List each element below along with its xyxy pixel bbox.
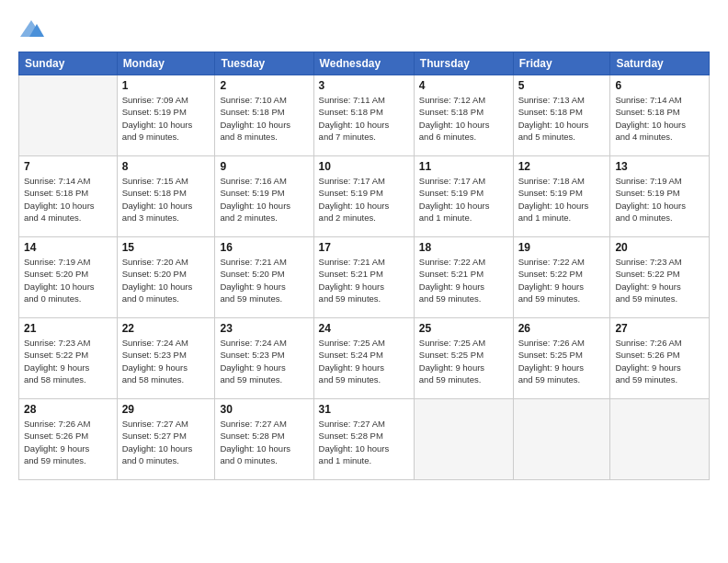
logo (18, 17, 48, 42)
day-number: 10 (319, 160, 409, 173)
day-info: Sunrise: 7:26 AM Sunset: 5:26 PM Dayligh… (24, 418, 112, 466)
calendar-cell: 3Sunrise: 7:11 AM Sunset: 5:18 PM Daylig… (313, 75, 414, 156)
weekday-header: Saturday (610, 52, 710, 75)
calendar-week-row: 21Sunrise: 7:23 AM Sunset: 5:22 PM Dayli… (19, 318, 710, 399)
day-number: 11 (419, 160, 508, 173)
day-info: Sunrise: 7:26 AM Sunset: 5:25 PM Dayligh… (518, 337, 606, 385)
calendar-cell: 25Sunrise: 7:25 AM Sunset: 5:25 PM Dayli… (414, 318, 513, 399)
day-info: Sunrise: 7:19 AM Sunset: 5:19 PM Dayligh… (615, 175, 704, 224)
calendar-cell (610, 399, 710, 480)
day-info: Sunrise: 7:27 AM Sunset: 5:28 PM Dayligh… (319, 418, 409, 466)
weekday-header-row: SundayMondayTuesdayWednesdayThursdayFrid… (19, 52, 710, 75)
calendar-cell (513, 399, 610, 480)
day-info: Sunrise: 7:19 AM Sunset: 5:20 PM Dayligh… (24, 256, 112, 304)
header (18, 17, 710, 42)
day-info: Sunrise: 7:22 AM Sunset: 5:21 PM Dayligh… (419, 256, 508, 304)
calendar-week-row: 7Sunrise: 7:14 AM Sunset: 5:18 PM Daylig… (19, 156, 710, 237)
calendar-cell: 30Sunrise: 7:27 AM Sunset: 5:28 PM Dayli… (215, 399, 313, 480)
logo-icon (18, 17, 44, 42)
calendar-cell: 8Sunrise: 7:15 AM Sunset: 5:18 PM Daylig… (117, 156, 215, 237)
day-number: 1 (122, 79, 210, 92)
calendar-cell: 15Sunrise: 7:20 AM Sunset: 5:20 PM Dayli… (117, 237, 215, 318)
calendar-cell: 10Sunrise: 7:17 AM Sunset: 5:19 PM Dayli… (313, 156, 414, 237)
calendar-cell: 16Sunrise: 7:21 AM Sunset: 5:20 PM Dayli… (215, 237, 313, 318)
calendar-cell: 26Sunrise: 7:26 AM Sunset: 5:25 PM Dayli… (513, 318, 610, 399)
calendar-cell: 13Sunrise: 7:19 AM Sunset: 5:19 PM Dayli… (610, 156, 710, 237)
day-number: 4 (419, 79, 508, 92)
day-number: 3 (319, 79, 409, 92)
calendar-cell: 6Sunrise: 7:14 AM Sunset: 5:18 PM Daylig… (610, 75, 710, 156)
weekday-header: Monday (117, 52, 215, 75)
calendar-cell: 14Sunrise: 7:19 AM Sunset: 5:20 PM Dayli… (19, 237, 118, 318)
calendar-cell: 9Sunrise: 7:16 AM Sunset: 5:19 PM Daylig… (215, 156, 313, 237)
calendar-cell (19, 75, 118, 156)
day-number: 19 (518, 241, 606, 254)
weekday-header: Tuesday (215, 52, 313, 75)
day-info: Sunrise: 7:20 AM Sunset: 5:20 PM Dayligh… (122, 256, 210, 304)
day-info: Sunrise: 7:16 AM Sunset: 5:19 PM Dayligh… (220, 175, 308, 224)
calendar-cell: 18Sunrise: 7:22 AM Sunset: 5:21 PM Dayli… (414, 237, 513, 318)
calendar-cell: 23Sunrise: 7:24 AM Sunset: 5:23 PM Dayli… (215, 318, 313, 399)
calendar-cell: 1Sunrise: 7:09 AM Sunset: 5:19 PM Daylig… (117, 75, 215, 156)
day-info: Sunrise: 7:21 AM Sunset: 5:21 PM Dayligh… (319, 256, 409, 304)
day-info: Sunrise: 7:14 AM Sunset: 5:18 PM Dayligh… (24, 175, 112, 224)
day-number: 16 (220, 241, 308, 254)
day-number: 29 (122, 403, 210, 416)
page: SundayMondayTuesdayWednesdayThursdayFrid… (0, 0, 728, 563)
day-number: 7 (24, 160, 112, 173)
day-number: 2 (220, 79, 308, 92)
day-number: 17 (319, 241, 409, 254)
calendar-cell: 21Sunrise: 7:23 AM Sunset: 5:22 PM Dayli… (19, 318, 118, 399)
day-number: 22 (122, 322, 210, 335)
day-number: 26 (518, 322, 606, 335)
day-info: Sunrise: 7:27 AM Sunset: 5:28 PM Dayligh… (220, 418, 308, 466)
calendar-cell: 20Sunrise: 7:23 AM Sunset: 5:22 PM Dayli… (610, 237, 710, 318)
day-info: Sunrise: 7:23 AM Sunset: 5:22 PM Dayligh… (615, 256, 704, 304)
day-info: Sunrise: 7:18 AM Sunset: 5:19 PM Dayligh… (518, 175, 606, 224)
day-number: 5 (518, 79, 606, 92)
day-info: Sunrise: 7:14 AM Sunset: 5:18 PM Dayligh… (615, 94, 704, 143)
calendar-cell: 31Sunrise: 7:27 AM Sunset: 5:28 PM Dayli… (313, 399, 414, 480)
calendar-cell: 29Sunrise: 7:27 AM Sunset: 5:27 PM Dayli… (117, 399, 215, 480)
day-number: 31 (319, 403, 409, 416)
day-info: Sunrise: 7:15 AM Sunset: 5:18 PM Dayligh… (122, 175, 210, 224)
calendar-cell: 27Sunrise: 7:26 AM Sunset: 5:26 PM Dayli… (610, 318, 710, 399)
day-number: 24 (319, 322, 409, 335)
day-number: 30 (220, 403, 308, 416)
weekday-header: Thursday (414, 52, 513, 75)
day-number: 14 (24, 241, 112, 254)
day-info: Sunrise: 7:22 AM Sunset: 5:22 PM Dayligh… (518, 256, 606, 304)
day-number: 25 (419, 322, 508, 335)
calendar-cell: 4Sunrise: 7:12 AM Sunset: 5:18 PM Daylig… (414, 75, 513, 156)
day-info: Sunrise: 7:24 AM Sunset: 5:23 PM Dayligh… (122, 337, 210, 385)
day-number: 21 (24, 322, 112, 335)
calendar-cell: 5Sunrise: 7:13 AM Sunset: 5:18 PM Daylig… (513, 75, 610, 156)
day-number: 13 (615, 160, 704, 173)
day-number: 27 (615, 322, 704, 335)
day-number: 9 (220, 160, 308, 173)
day-number: 6 (615, 79, 704, 92)
day-info: Sunrise: 7:17 AM Sunset: 5:19 PM Dayligh… (419, 175, 508, 224)
calendar-cell: 28Sunrise: 7:26 AM Sunset: 5:26 PM Dayli… (19, 399, 118, 480)
day-info: Sunrise: 7:10 AM Sunset: 5:18 PM Dayligh… (220, 94, 308, 143)
day-number: 28 (24, 403, 112, 416)
calendar-cell: 7Sunrise: 7:14 AM Sunset: 5:18 PM Daylig… (19, 156, 118, 237)
day-number: 15 (122, 241, 210, 254)
day-info: Sunrise: 7:13 AM Sunset: 5:18 PM Dayligh… (518, 94, 606, 143)
day-number: 18 (419, 241, 508, 254)
weekday-header: Wednesday (313, 52, 414, 75)
calendar-cell: 12Sunrise: 7:18 AM Sunset: 5:19 PM Dayli… (513, 156, 610, 237)
day-info: Sunrise: 7:25 AM Sunset: 5:25 PM Dayligh… (419, 337, 508, 385)
day-number: 8 (122, 160, 210, 173)
calendar-cell (414, 399, 513, 480)
day-info: Sunrise: 7:21 AM Sunset: 5:20 PM Dayligh… (220, 256, 308, 304)
day-info: Sunrise: 7:23 AM Sunset: 5:22 PM Dayligh… (24, 337, 112, 385)
calendar: SundayMondayTuesdayWednesdayThursdayFrid… (18, 52, 710, 480)
calendar-cell: 22Sunrise: 7:24 AM Sunset: 5:23 PM Dayli… (117, 318, 215, 399)
calendar-cell: 17Sunrise: 7:21 AM Sunset: 5:21 PM Dayli… (313, 237, 414, 318)
calendar-cell: 11Sunrise: 7:17 AM Sunset: 5:19 PM Dayli… (414, 156, 513, 237)
day-info: Sunrise: 7:26 AM Sunset: 5:26 PM Dayligh… (615, 337, 704, 385)
day-info: Sunrise: 7:12 AM Sunset: 5:18 PM Dayligh… (419, 94, 508, 143)
weekday-header: Friday (513, 52, 610, 75)
day-info: Sunrise: 7:24 AM Sunset: 5:23 PM Dayligh… (220, 337, 308, 385)
